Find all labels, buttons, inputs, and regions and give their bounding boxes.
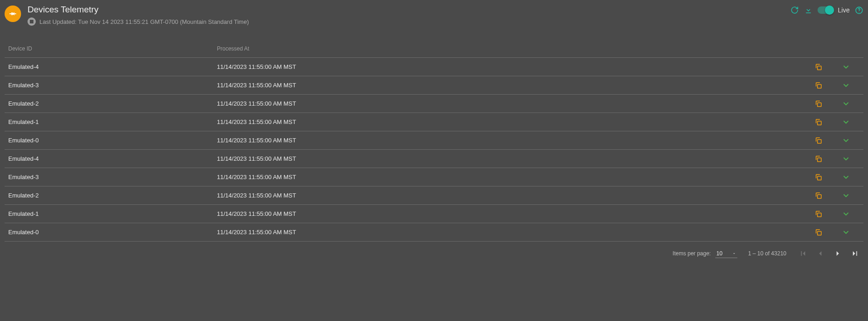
expand-row-icon[interactable] [842, 155, 850, 163]
cell-device-id: Emulated-1 [8, 118, 217, 125]
cell-device-id: Emulated-2 [8, 100, 217, 107]
table-row: Emulated-211/14/2023 11:55:00 AM MST [5, 95, 863, 113]
expand-row-icon[interactable] [842, 191, 850, 200]
cell-processed-at: 11/14/2023 11:55:00 AM MST [217, 174, 805, 180]
copy-icon[interactable] [814, 191, 823, 200]
next-page-button[interactable] [832, 248, 843, 259]
expand-row-icon[interactable] [842, 210, 850, 218]
cell-processed-at: 11/14/2023 11:55:00 AM MST [217, 100, 805, 107]
cell-processed-at: 11/14/2023 11:55:00 AM MST [217, 137, 805, 144]
svg-rect-6 [818, 139, 821, 143]
copy-icon[interactable] [814, 100, 823, 108]
copy-icon[interactable] [814, 63, 823, 71]
cell-device-id: Emulated-0 [8, 137, 217, 144]
svg-rect-11 [818, 231, 821, 235]
copy-icon[interactable] [814, 210, 823, 218]
paginator: Items per page: 10 1 – 10 of 43210 [5, 242, 863, 262]
cell-device-id: Emulated-4 [8, 155, 217, 162]
first-page-button[interactable] [797, 248, 808, 259]
expand-row-icon[interactable] [842, 228, 850, 237]
table-row: Emulated-411/14/2023 11:55:00 AM MST [5, 58, 863, 76]
cell-device-id: Emulated-0 [8, 229, 217, 236]
header: Devices Telemetry Last Updated: Tue Nov … [5, 3, 863, 39]
download-button[interactable] [804, 6, 813, 15]
table-row: Emulated-411/14/2023 11:55:00 AM MST [5, 150, 863, 168]
table-row: Emulated-111/14/2023 11:55:00 AM MST [5, 113, 863, 131]
svg-point-1 [858, 11, 859, 12]
copy-icon[interactable] [814, 136, 823, 145]
expand-row-icon[interactable] [842, 100, 850, 108]
expand-row-icon[interactable] [842, 173, 850, 181]
svg-rect-9 [818, 194, 821, 198]
table-row: Emulated-011/14/2023 11:55:00 AM MST [5, 131, 863, 150]
table-row: Emulated-111/14/2023 11:55:00 AM MST [5, 205, 863, 223]
last-updated-text: Last Updated: Tue Nov 14 2023 11:55:21 G… [39, 18, 249, 25]
page-avatar-icon [5, 6, 21, 22]
cell-processed-at: 11/14/2023 11:55:00 AM MST [217, 155, 805, 162]
refresh-button[interactable] [790, 6, 799, 15]
copy-icon[interactable] [814, 81, 823, 90]
cell-processed-at: 11/14/2023 11:55:00 AM MST [217, 192, 805, 199]
col-processed-at: Processed At [217, 45, 805, 52]
copy-icon[interactable] [814, 228, 823, 237]
svg-rect-10 [818, 213, 821, 216]
range-label: 1 – 10 of 43210 [748, 250, 786, 257]
stop-icon [28, 17, 36, 26]
svg-rect-3 [818, 84, 821, 88]
cell-device-id: Emulated-3 [8, 174, 217, 180]
cell-device-id: Emulated-3 [8, 82, 217, 89]
svg-rect-8 [818, 176, 821, 180]
table-row: Emulated-311/14/2023 11:55:00 AM MST [5, 76, 863, 95]
telemetry-table: Device ID Processed At Emulated-411/14/2… [5, 39, 863, 242]
svg-rect-7 [818, 158, 821, 161]
copy-icon[interactable] [814, 155, 823, 163]
svg-rect-5 [818, 121, 821, 124]
last-page-button[interactable] [850, 248, 861, 259]
page-size-value: 10 [716, 250, 722, 257]
help-button[interactable] [854, 6, 863, 15]
table-row: Emulated-211/14/2023 11:55:00 AM MST [5, 186, 863, 205]
cell-device-id: Emulated-4 [8, 63, 217, 70]
svg-rect-2 [818, 66, 821, 69]
cell-processed-at: 11/14/2023 11:55:00 AM MST [217, 118, 805, 125]
svg-rect-4 [818, 102, 821, 106]
expand-row-icon[interactable] [842, 118, 850, 126]
col-device-id: Device ID [8, 45, 217, 52]
expand-row-icon[interactable] [842, 81, 850, 90]
cell-processed-at: 11/14/2023 11:55:00 AM MST [217, 63, 805, 70]
expand-row-icon[interactable] [842, 63, 850, 71]
cell-device-id: Emulated-1 [8, 210, 217, 217]
copy-icon[interactable] [814, 173, 823, 181]
cell-device-id: Emulated-2 [8, 192, 217, 199]
table-row: Emulated-311/14/2023 11:55:00 AM MST [5, 168, 863, 186]
table-row: Emulated-011/14/2023 11:55:00 AM MST [5, 223, 863, 242]
cell-processed-at: 11/14/2023 11:55:00 AM MST [217, 229, 805, 236]
prev-page-button[interactable] [815, 248, 826, 259]
table-header: Device ID Processed At [5, 39, 863, 58]
cell-processed-at: 11/14/2023 11:55:00 AM MST [217, 210, 805, 217]
expand-row-icon[interactable] [842, 136, 850, 145]
copy-icon[interactable] [814, 118, 823, 126]
page-title: Devices Telemetry [28, 5, 249, 15]
live-label: Live [838, 6, 850, 14]
cell-processed-at: 11/14/2023 11:55:00 AM MST [217, 82, 805, 89]
items-per-page-label: Items per page: [673, 250, 711, 257]
page-size-select[interactable]: 10 [715, 249, 737, 258]
live-toggle[interactable] [818, 6, 833, 14]
